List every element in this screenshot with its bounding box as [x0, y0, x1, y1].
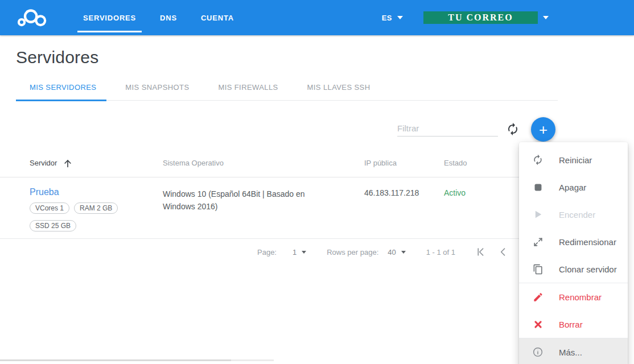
- restart-icon: [532, 154, 544, 166]
- menu-item-reiniciar[interactable]: Reiniciar: [519, 146, 628, 173]
- public-ip-cell: 46.183.117.218: [364, 187, 444, 197]
- rows-per-page-select[interactable]: 40: [388, 248, 405, 257]
- pencil-icon: [532, 291, 544, 303]
- copy-icon: [532, 263, 544, 275]
- menu-item-label: Renombrar: [559, 292, 602, 302]
- play-icon: [532, 209, 544, 220]
- nav-item-cuenta[interactable]: CUENTA: [199, 14, 236, 22]
- add-server-button[interactable]: +: [531, 117, 555, 142]
- top-navbar: SERVIDORES DNS CUENTA ES TU CORREO: [0, 0, 634, 35]
- menu-item-label: Clonar servidor: [559, 264, 617, 274]
- menu-item-apagar[interactable]: Apagar: [519, 173, 628, 201]
- rows-select-caret-icon: [401, 251, 406, 254]
- page-label: Page:: [257, 248, 277, 257]
- pagination-range: 1 - 1 of 1: [426, 248, 455, 257]
- menu-item-label: Redimensionar: [559, 237, 616, 247]
- menu-item-label: Reiniciar: [559, 155, 592, 165]
- resize-icon: [532, 236, 544, 247]
- refresh-icon: [506, 122, 520, 136]
- column-header-ip-publica[interactable]: IP pública: [364, 159, 444, 167]
- page-select-caret-icon: [302, 251, 306, 254]
- menu-item-label: Apagar: [559, 183, 586, 192]
- language-caret-icon[interactable]: [397, 16, 403, 19]
- sort-ascending-icon: [63, 158, 73, 169]
- os-cell: Windows 10 (Español 64Bit | Basado en Wi…: [163, 187, 364, 213]
- tab-mis-firewalls[interactable]: MIS FIREWALLS: [208, 80, 288, 101]
- tab-mis-snapshots[interactable]: MIS SNAPSHOTS: [115, 80, 199, 101]
- navbar-right: ES TU CORREO: [382, 11, 549, 24]
- first-page-icon: [475, 246, 486, 258]
- nav-item-servidores[interactable]: SERVIDORES: [81, 14, 138, 22]
- nav-item-dns[interactable]: DNS: [158, 14, 179, 22]
- chevron-left-icon: [497, 246, 509, 258]
- server-spec-chips: VCores 1 RAM 2 GB SSD 25 GB: [30, 202, 149, 231]
- column-header-sistema-operativo[interactable]: Sistema Operativo: [163, 159, 364, 167]
- main-nav: SERVIDORES DNS CUENTA: [81, 14, 256, 22]
- page-title: Servidores: [16, 48, 98, 67]
- menu-item-encender[interactable]: Encender: [519, 201, 628, 228]
- account-menu-caret-icon[interactable]: [543, 16, 549, 19]
- page-select[interactable]: 1: [293, 248, 306, 257]
- server-name-link[interactable]: Prueba: [30, 187, 59, 197]
- spec-chip-ram: RAM 2 GB: [74, 202, 118, 214]
- menu-item-renombrar[interactable]: Renombrar: [519, 283, 628, 311]
- delete-x-icon: [532, 318, 544, 330]
- language-selector[interactable]: ES: [382, 14, 392, 22]
- info-icon: [532, 346, 544, 358]
- menu-item-label: Borrar: [559, 320, 583, 329]
- menu-item-redimensionar[interactable]: Redimensionar: [519, 228, 628, 255]
- account-email-badge[interactable]: TU CORREO: [423, 11, 538, 24]
- menu-item-label: Encender: [559, 210, 595, 220]
- clouding-logo-icon[interactable]: [16, 7, 49, 28]
- first-page-button[interactable]: [474, 245, 487, 259]
- tab-mis-llaves-ssh[interactable]: MIS LLAVES SSH: [297, 80, 381, 101]
- section-tabs: MIS SERVIDORES MIS SNAPSHOTS MIS FIREWAL…: [16, 80, 558, 101]
- filter-input[interactable]: [397, 121, 498, 136]
- stop-icon: [532, 181, 544, 193]
- column-label: Servidor: [30, 159, 57, 167]
- refresh-list-button[interactable]: [505, 121, 521, 137]
- server-name-cell: Prueba VCores 1 RAM 2 GB SSD 25 GB: [30, 187, 163, 231]
- rows-per-page-value: 40: [388, 248, 396, 257]
- menu-item-label: Más...: [559, 348, 582, 357]
- pagination-bar: Page: 1 Rows per page: 40 1 - 1 of 1: [257, 239, 542, 265]
- column-header-servidor[interactable]: Servidor: [30, 158, 163, 169]
- bottom-divider-tail: [231, 359, 274, 361]
- menu-item-borrar[interactable]: Borrar: [519, 311, 628, 338]
- server-actions-menu: Reiniciar Apagar Encender Redimensionar: [519, 142, 628, 364]
- previous-page-button[interactable]: [496, 245, 510, 259]
- menu-item-mas[interactable]: Más...: [519, 338, 628, 364]
- spec-chip-ssd: SSD 25 GB: [30, 220, 76, 231]
- spec-chip-vcores: VCores 1: [30, 202, 69, 214]
- menu-item-clonar-servidor[interactable]: Clonar servidor: [519, 255, 628, 283]
- page-value: 1: [293, 248, 297, 257]
- rows-per-page-label: Rows per page:: [327, 248, 378, 257]
- tab-mis-servidores[interactable]: MIS SERVIDORES: [16, 80, 106, 101]
- bottom-divider: [0, 359, 231, 361]
